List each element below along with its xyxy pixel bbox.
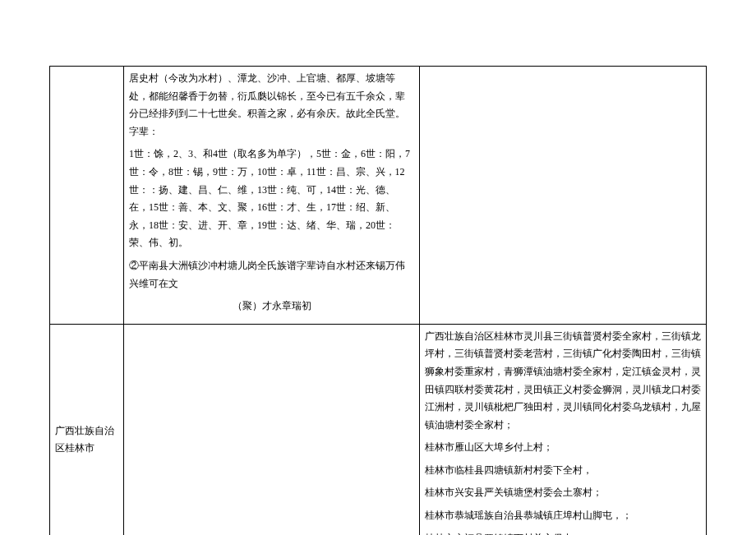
paragraph: （聚）才永章瑞初 [129,297,414,316]
cell-locations [420,67,707,325]
paragraph: 桂林市永福县罗锦镇下村关心堡屯 [425,530,701,535]
paragraph: 1世：馀，2、3、和4世（取名多为单字），5世：金，6世：阳，7世：令，8世：锡… [129,145,414,252]
cell-genealogy-text [124,324,420,535]
paragraph: 桂林市临桂县四塘镇新村村委下全村， [425,462,701,480]
table-row: 居史村（今改为水村）、潭龙、沙冲、上官塘、都厚、坡塘等处，都能绍馨香于勿替，衍瓜… [50,67,707,325]
paragraph: 桂林市恭城瑶族自治县恭城镇庄埠村山脚屯，； [425,507,701,525]
paragraph: 广西壮族自治区桂林市灵川县三街镇普贤村委全家村，三街镇龙坪村，三街镇普贤村委老营… [425,328,701,435]
genealogy-table: 居史村（今改为水村）、潭龙、沙冲、上官塘、都厚、坡塘等处，都能绍馨香于勿替，衍瓜… [49,66,707,535]
table-row: 广西壮族自治区桂林市 广西壮族自治区桂林市灵川县三街镇普贤村委全家村，三街镇龙坪… [50,324,707,535]
paragraph: 居史村（今改为水村）、潭龙、沙冲、上官塘、都厚、坡塘等处，都能绍馨香于勿替，衍瓜… [129,70,414,141]
paragraph: 桂林市兴安县严关镇塘堡村委会土寨村； [425,484,701,502]
paragraph: ②平南县大洲镇沙冲村塘儿岗全氏族谱字辈诗自水村还来锡万伟兴维可在文 [129,257,414,293]
cell-region [50,67,124,325]
cell-region: 广西壮族自治区桂林市 [50,324,124,535]
cell-genealogy-text: 居史村（今改为水村）、潭龙、沙冲、上官塘、都厚、坡塘等处，都能绍馨香于勿替，衍瓜… [124,67,420,325]
paragraph: 桂林市雁山区大埠乡付上村； [425,439,701,457]
cell-locations: 广西壮族自治区桂林市灵川县三街镇普贤村委全家村，三街镇龙坪村，三街镇普贤村委老营… [420,324,707,535]
